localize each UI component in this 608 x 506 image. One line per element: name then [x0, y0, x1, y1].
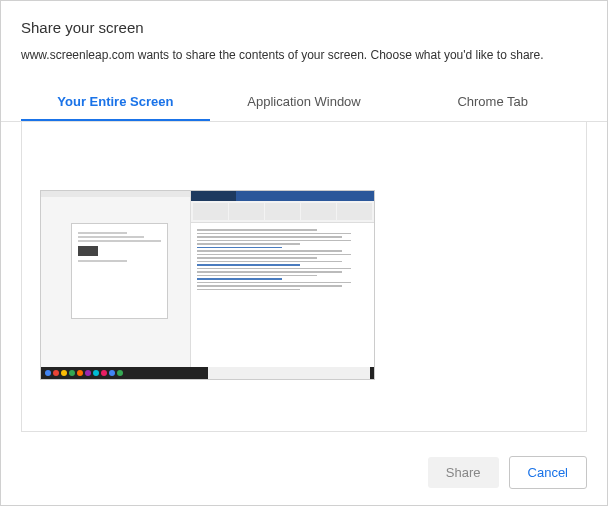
dialog-header: Share your screen www.screenleap.com wan… [1, 1, 607, 72]
dialog-subtitle: www.screenleap.com wants to share the co… [21, 48, 587, 62]
preview-document [191, 223, 374, 296]
share-screen-dialog: Share your screen www.screenleap.com wan… [0, 0, 608, 506]
source-tabs: Your Entire Screen Application Window Ch… [1, 82, 607, 122]
preview-right-titlebar [191, 191, 374, 201]
preview-inner-dialog [71, 223, 168, 320]
dialog-title: Share your screen [21, 19, 587, 36]
taskbar-icon [77, 370, 83, 376]
taskbar-icon [53, 370, 59, 376]
preview-right-app [191, 191, 374, 367]
preview-area [21, 122, 587, 432]
taskbar-icon [117, 370, 123, 376]
tab-application-window[interactable]: Application Window [210, 82, 399, 121]
cancel-button[interactable]: Cancel [509, 456, 587, 489]
share-button[interactable]: Share [428, 457, 499, 488]
taskbar-icon [101, 370, 107, 376]
taskbar-right [208, 367, 371, 379]
preview-left-app [41, 191, 191, 367]
taskbar-icon [45, 370, 51, 376]
preview-taskbar [41, 367, 374, 379]
taskbar-icon [85, 370, 91, 376]
preview-left-titlebar [41, 191, 190, 197]
taskbar-icon [61, 370, 67, 376]
taskbar-icon [109, 370, 115, 376]
dialog-footer: Share Cancel [1, 444, 607, 505]
preview-desktop [41, 191, 374, 367]
taskbar-icon [93, 370, 99, 376]
tab-chrome-tab[interactable]: Chrome Tab [398, 82, 587, 121]
taskbar-icon [69, 370, 75, 376]
tab-entire-screen[interactable]: Your Entire Screen [21, 82, 210, 121]
screen-thumbnail[interactable] [40, 190, 375, 380]
preview-ribbon [191, 201, 374, 223]
